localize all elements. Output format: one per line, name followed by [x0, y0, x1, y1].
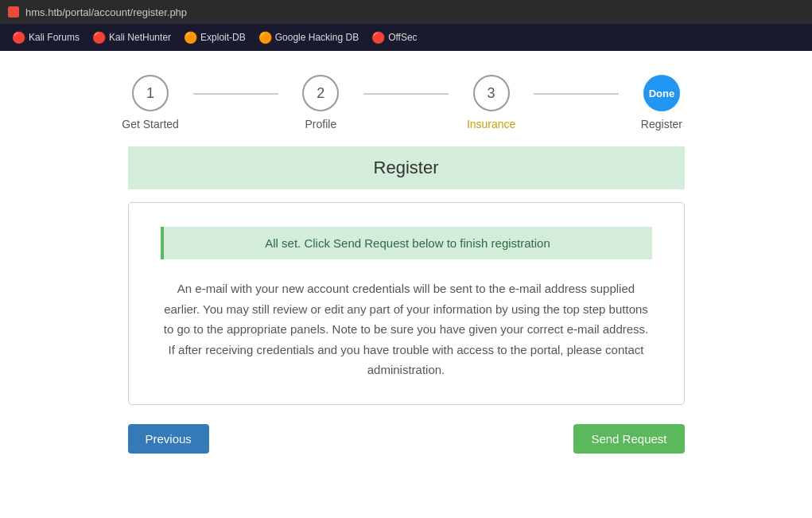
- bookmark-offsec-label: OffSec: [388, 32, 417, 43]
- step-profile[interactable]: 2 Profile: [278, 75, 363, 130]
- body-text: An e-mail with your new account credenti…: [161, 278, 652, 380]
- previous-button[interactable]: Previous: [128, 424, 209, 454]
- step-insurance[interactable]: 3 Insurance: [449, 75, 534, 130]
- browser-bar: hms.htb/portal/account/register.php: [0, 0, 812, 24]
- page-content: 1 Get Started 2 Profile 3 Insurance Done…: [0, 51, 812, 477]
- favicon-icon: [8, 6, 19, 18]
- success-message: All set. Click Send Request below to fin…: [161, 227, 652, 259]
- kali-nethunter-icon: 🔴: [92, 31, 106, 44]
- url-base: hms.htb: [25, 6, 62, 18]
- button-row: Previous Send Request: [128, 424, 685, 454]
- offsec-icon: 🔴: [371, 31, 385, 44]
- exploit-db-icon: 🟠: [184, 31, 197, 44]
- google-hacking-db-icon: 🟠: [258, 31, 272, 44]
- register-header: Register: [128, 146, 685, 189]
- bookmark-exploit-db-label: Exploit-DB: [200, 32, 246, 43]
- success-text: All set. Click Send Request below to fin…: [265, 236, 550, 250]
- stepper: 1 Get Started 2 Profile 3 Insurance Done…: [108, 75, 705, 130]
- step-label-insurance: Insurance: [467, 118, 515, 130]
- bookmark-kali-forums-label: Kali Forums: [29, 32, 80, 43]
- step-label-register: Register: [641, 118, 682, 130]
- send-request-button[interactable]: Send Request: [573, 424, 684, 454]
- register-title: Register: [374, 158, 439, 177]
- step-number-2: 2: [317, 85, 324, 102]
- connector-2-3: [363, 93, 449, 95]
- bookmark-kali-nethunter-label: Kali NetHunter: [109, 32, 171, 43]
- step-get-started[interactable]: 1 Get Started: [108, 75, 193, 130]
- bookmark-google-hacking-db[interactable]: 🟠 Google Hacking DB: [254, 29, 363, 45]
- bookmark-google-hacking-db-label: Google Hacking DB: [275, 32, 359, 43]
- register-card: All set. Click Send Request below to fin…: [128, 202, 685, 405]
- connector-3-done: [534, 93, 619, 95]
- url-bar: hms.htb/portal/account/register.php: [25, 6, 187, 18]
- step-number-done: Done: [649, 88, 675, 99]
- bookmark-kali-forums[interactable]: 🔴 Kali Forums: [8, 29, 84, 45]
- bookmark-offsec[interactable]: 🔴 OffSec: [367, 29, 421, 45]
- step-circle-2: 2: [302, 75, 339, 111]
- bookmark-kali-nethunter[interactable]: 🔴 Kali NetHunter: [88, 29, 175, 45]
- step-number-3: 3: [488, 85, 495, 102]
- kali-forums-icon: 🔴: [12, 31, 25, 44]
- step-register[interactable]: Done Register: [619, 75, 704, 130]
- connector-1-2: [193, 93, 278, 95]
- step-circle-1: 1: [132, 75, 169, 111]
- step-label-get-started: Get Started: [122, 118, 179, 130]
- bookmark-exploit-db[interactable]: 🟠 Exploit-DB: [180, 29, 250, 45]
- step-label-profile: Profile: [305, 118, 337, 130]
- bookmarks-bar: 🔴 Kali Forums 🔴 Kali NetHunter 🟠 Exploit…: [0, 24, 812, 51]
- step-circle-3: 3: [473, 75, 510, 111]
- url-path: /portal/account/register.php: [62, 6, 187, 18]
- step-circle-done: Done: [643, 75, 680, 111]
- step-number-1: 1: [146, 85, 154, 102]
